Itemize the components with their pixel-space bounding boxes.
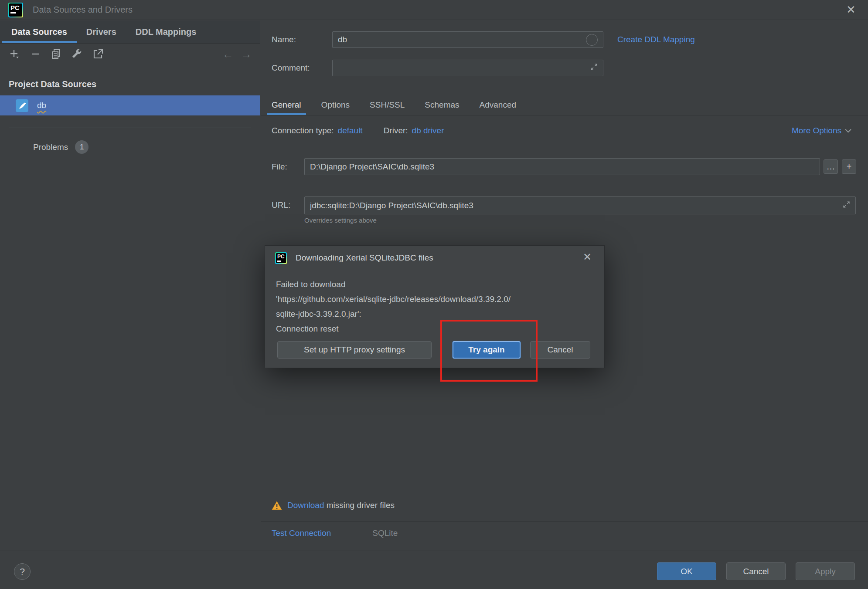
back-icon[interactable]: ← [222,47,234,61]
error-message: Failed to download 'https://github.com/x… [276,277,595,336]
warning-icon [272,501,282,510]
group-header: Project Data Sources [0,64,260,95]
file-input[interactable]: D:\Django Project\SAIC\db.sqlite3 [304,158,820,175]
cancel-button[interactable]: Cancel [726,562,786,580]
download-warning-text: missing driver files [324,501,395,510]
problems-count-badge: 1 [75,140,89,154]
data-source-row-db[interactable]: db [0,95,260,115]
name-input[interactable]: db [332,31,603,48]
sqlite-icon [16,99,28,112]
error-line: Failed to download [276,277,595,292]
history-nav: ← → [222,47,252,61]
tab-advanced[interactable]: Advanced [475,97,521,113]
annotation-highlight-box [440,320,538,382]
comment-input[interactable] [332,60,603,76]
chevron-down-icon [845,129,851,133]
close-icon[interactable]: ✕ [581,251,594,263]
url-input[interactable]: jdbc:sqlite:D:\Django Project\SAIC\db.sq… [304,196,856,214]
file-value: D:\Django Project\SAIC\db.sqlite3 [310,162,814,172]
data-source-label: db [37,101,46,110]
url-label: URL: [272,200,290,210]
duplicate-icon[interactable] [48,47,65,61]
more-options-link[interactable]: More Options [792,126,851,135]
modal-cancel-button[interactable]: Cancel [530,341,590,359]
error-line: 'https://github.com/xerial/sqlite-jdbc/r… [276,292,595,307]
url-hint: Overrides settings above [304,217,377,224]
apply-button[interactable]: Apply [796,562,855,580]
download-warning-row: Download missing driver files [272,501,395,510]
download-link[interactable]: Download [287,501,324,510]
create-ddl-mapping-link[interactable]: Create DDL Mapping [617,35,695,44]
sidebar-tab-strip: Data Sources Drivers DDL Mappings [0,20,260,44]
connection-type-row: Connection type: default Driver: db driv… [272,126,444,135]
tab-data-sources[interactable]: Data Sources [2,20,77,43]
ok-button[interactable]: OK [657,562,716,580]
pycharm-icon: PC [8,3,23,17]
test-connection-link[interactable]: Test Connection [272,528,331,538]
tab-ssh-ssl[interactable]: SSH/SSL [365,97,409,113]
tab-ddl-mappings[interactable]: DDL Mappings [126,20,206,43]
dialog-titlebar: PC Data Sources and Drivers ✕ [0,0,868,20]
add-icon[interactable] [6,47,23,61]
tabs-divider [261,115,868,115]
export-icon[interactable] [90,47,106,61]
tab-options[interactable]: Options [317,97,354,113]
driver-name-label: SQLite [372,528,398,538]
dialog-footer: ? OK Cancel Apply [0,551,868,589]
browse-file-button[interactable]: … [824,159,838,174]
name-label: Name: [272,35,296,44]
file-label: File: [272,162,287,172]
footer-divider [261,521,868,522]
tab-drivers[interactable]: Drivers [77,20,126,43]
more-options-label: More Options [792,126,841,135]
dialog-title: Data Sources and Drivers [33,5,133,15]
forward-icon[interactable]: → [241,47,252,61]
remove-icon[interactable] [27,47,44,61]
modal-title: Downloading Xerial SQLiteJDBC files [296,253,433,263]
name-value: db [338,35,586,44]
test-connection-row: Test Connection SQLite [272,528,398,538]
sidebar: Data Sources Drivers DDL Mappings ← → [0,20,260,551]
properties-wrench-icon[interactable] [69,47,85,61]
settings-tab-strip: General Options SSH/SSL Schemas Advanced [267,97,531,113]
url-value: jdbc:sqlite:D:\Django Project\SAIC\db.sq… [310,201,839,210]
help-button[interactable]: ? [14,563,31,580]
problems-label: Problems [33,142,68,152]
loading-circle-icon [586,34,598,46]
error-line: Connection reset [276,322,595,336]
download-error-dialog: PC Downloading Xerial SQLiteJDBC files ✕… [265,245,605,368]
setup-proxy-button[interactable]: Set up HTTP proxy settings [277,341,432,359]
add-file-button[interactable]: + [842,159,856,174]
driver-value[interactable]: db driver [412,126,444,135]
connection-type-value[interactable]: default [338,126,363,135]
expand-icon[interactable] [843,201,850,210]
expand-icon[interactable] [590,63,598,73]
data-sources-dialog: PC Data Sources and Drivers ✕ Data Sourc… [0,0,868,589]
comment-label: Comment: [272,63,310,73]
connection-type-label: Connection type: [272,126,334,135]
driver-label: Driver: [384,126,408,135]
pycharm-icon: PC [275,252,287,264]
sidebar-toolbar: ← → [0,44,260,64]
tab-general[interactable]: General [267,97,306,113]
problems-section[interactable]: Problems 1 [0,128,260,154]
close-icon[interactable]: ✕ [844,3,858,17]
modal-titlebar: PC Downloading Xerial SQLiteJDBC files ✕ [265,246,604,270]
tab-schemas[interactable]: Schemas [420,97,464,113]
error-line: sqlite-jdbc-3.39.2.0.jar': [276,307,595,322]
